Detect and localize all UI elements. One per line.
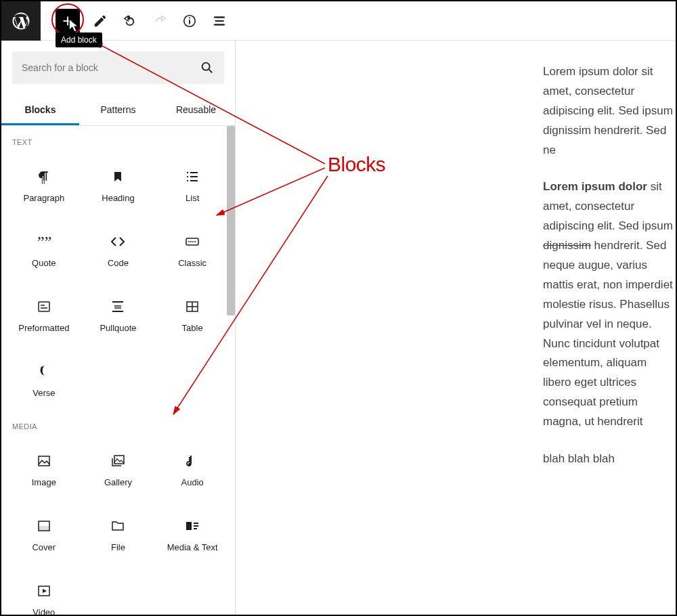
block-video[interactable]: Video xyxy=(7,567,81,615)
block-search[interactable] xyxy=(12,51,224,84)
edit-mode-button[interactable] xyxy=(88,9,112,33)
section-text-label: TEXT xyxy=(7,135,230,153)
block-label: Paragraph xyxy=(23,193,64,203)
classic-icon xyxy=(184,234,200,250)
svg-point-20 xyxy=(194,241,196,242)
block-label: Verse xyxy=(32,388,55,398)
block-label: Heading xyxy=(102,193,134,203)
svg-rect-21 xyxy=(39,302,49,311)
block-label: File xyxy=(111,542,125,552)
code-icon xyxy=(110,234,126,250)
svg-rect-14 xyxy=(187,180,188,181)
bold-text: Lorem ipsum dolor xyxy=(543,180,647,193)
block-file[interactable]: File xyxy=(81,502,156,567)
paragraph-block[interactable]: Lorem ipsum dolor sit amet, consectetur … xyxy=(543,62,676,160)
editor-canvas[interactable]: Lorem ipsum dolor sit amet, consectetur … xyxy=(245,42,676,615)
audio-icon xyxy=(184,453,200,469)
svg-point-33 xyxy=(188,462,191,465)
preformatted-icon xyxy=(36,299,52,315)
block-cover[interactable]: Cover xyxy=(7,502,81,567)
block-label: Classic xyxy=(178,258,206,268)
svg-rect-13 xyxy=(187,176,188,177)
block-heading[interactable]: Heading xyxy=(81,153,156,218)
svg-rect-12 xyxy=(187,172,188,173)
block-paragraph[interactable]: ¶Paragraph xyxy=(7,153,81,218)
svg-point-19 xyxy=(192,241,194,242)
block-label: Cover xyxy=(32,542,56,552)
svg-point-6 xyxy=(202,63,210,70)
block-label: Media & Text xyxy=(167,542,218,552)
image-icon xyxy=(36,453,52,469)
annotation-label: Blocks xyxy=(328,153,385,176)
add-block-button[interactable] xyxy=(56,9,80,33)
block-audio[interactable]: Audio xyxy=(155,437,230,502)
heading-icon xyxy=(110,169,126,185)
svg-point-18 xyxy=(190,241,192,242)
table-icon xyxy=(184,299,200,315)
search-icon xyxy=(200,60,215,75)
block-label: Code xyxy=(108,258,129,268)
tab-reusable[interactable]: Reusable xyxy=(157,95,235,125)
block-quote[interactable]: ””Quote xyxy=(7,218,81,283)
svg-line-7 xyxy=(209,70,213,73)
block-label: Quote xyxy=(32,258,56,268)
svg-rect-2 xyxy=(189,17,190,18)
media-text-icon xyxy=(184,518,200,534)
pullquote-icon xyxy=(110,299,126,315)
block-gallery[interactable]: Gallery xyxy=(81,437,156,502)
block-label: Preformatted xyxy=(18,323,69,333)
block-classic[interactable]: Classic xyxy=(155,218,230,283)
block-media-text[interactable]: Media & Text xyxy=(155,502,230,567)
paragraph-block[interactable]: blah blah blah xyxy=(543,449,676,469)
svg-text:””: ”” xyxy=(37,234,51,250)
block-image[interactable]: Image xyxy=(7,437,81,502)
block-label: Video xyxy=(32,607,55,615)
list-icon xyxy=(184,169,200,185)
svg-rect-36 xyxy=(39,526,49,531)
info-button[interactable] xyxy=(177,9,202,33)
tab-blocks[interactable]: Blocks xyxy=(1,95,79,125)
block-pullquote[interactable]: Pullquote xyxy=(81,283,156,348)
block-code[interactable]: Code xyxy=(81,218,156,283)
undo-button[interactable] xyxy=(118,9,142,33)
block-label: List xyxy=(185,193,199,203)
block-verse[interactable]: Verse xyxy=(7,348,81,413)
search-input[interactable] xyxy=(22,62,200,73)
block-inserter-panel: Blocks Patterns Reusable TEXT ¶Paragraph… xyxy=(1,41,236,615)
svg-rect-32 xyxy=(114,456,124,464)
block-label: Image xyxy=(32,477,56,487)
text: hendrerit. Sed neque augue, varius matti… xyxy=(543,239,673,428)
cover-icon xyxy=(36,518,52,534)
add-block-tooltip: Add block xyxy=(56,32,102,47)
svg-text:¶: ¶ xyxy=(39,169,45,185)
block-list[interactable]: List xyxy=(155,153,230,218)
quote-icon: ”” xyxy=(36,234,52,250)
svg-point-17 xyxy=(188,241,190,242)
redo-button[interactable] xyxy=(148,9,172,33)
block-label: Table xyxy=(182,323,203,333)
svg-rect-31 xyxy=(39,456,49,466)
scrollbar-thumb[interactable] xyxy=(227,126,235,315)
tab-patterns[interactable]: Patterns xyxy=(79,95,157,125)
paragraph-block[interactable]: Lorem ipsum dolor sit amet, consectetur … xyxy=(543,177,676,432)
block-label: Gallery xyxy=(104,477,132,487)
inserter-tabs: Blocks Patterns Reusable xyxy=(1,95,235,126)
svg-rect-37 xyxy=(186,522,192,530)
paragraph-icon: ¶ xyxy=(36,169,52,185)
block-preformatted[interactable]: Preformatted xyxy=(7,283,81,348)
block-label: Audio xyxy=(181,477,204,487)
block-label: Pullquote xyxy=(100,323,136,333)
block-list[interactable]: TEXT ¶ParagraphHeadingList””QuoteCodeCla… xyxy=(1,126,235,615)
verse-icon xyxy=(36,364,52,380)
wordpress-logo[interactable] xyxy=(1,1,41,41)
section-media-label: MEDIA xyxy=(7,420,230,437)
gallery-icon xyxy=(110,453,126,469)
editor-toolbar xyxy=(1,1,676,41)
block-table[interactable]: Table xyxy=(155,283,230,348)
strikethrough-text: dignissim xyxy=(543,239,591,252)
video-icon xyxy=(36,583,52,599)
svg-rect-1 xyxy=(189,20,190,24)
file-icon xyxy=(110,518,126,534)
outline-button[interactable] xyxy=(207,9,232,33)
